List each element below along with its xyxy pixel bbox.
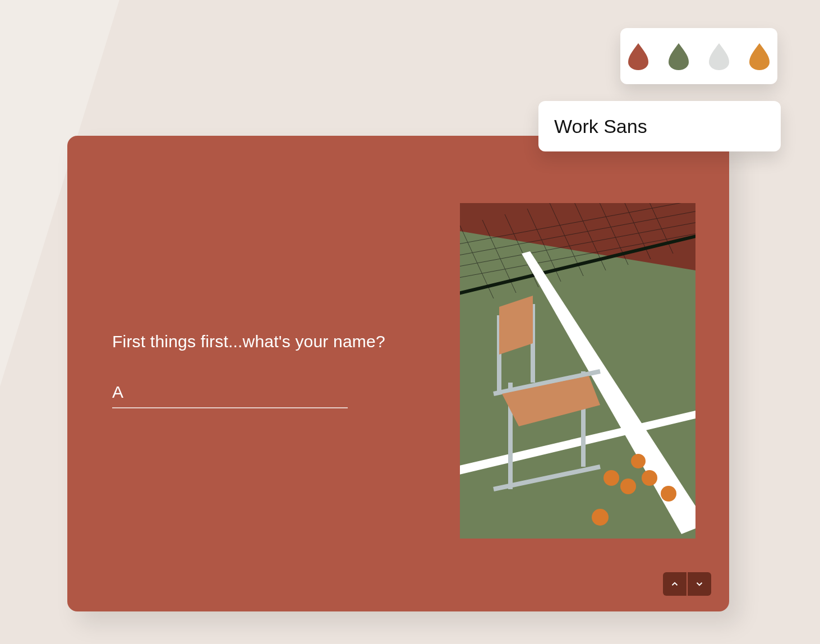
chevron-up-icon	[670, 579, 680, 589]
question-nav	[663, 572, 711, 596]
color-swatch-2[interactable]	[666, 42, 691, 70]
next-question-button[interactable]	[688, 572, 711, 596]
chevron-down-icon	[694, 579, 704, 589]
question-area: First things first...what's your name?	[112, 332, 404, 408]
svg-point-27	[604, 470, 619, 486]
color-swatch-3[interactable]	[707, 42, 731, 70]
font-picker-panel[interactable]: Work Sans	[538, 101, 781, 151]
answer-field-wrap	[112, 383, 348, 408]
svg-point-31	[661, 486, 676, 502]
color-palette-panel	[620, 28, 777, 84]
hero-image	[460, 203, 695, 539]
prev-question-button[interactable]	[663, 572, 687, 596]
svg-point-29	[642, 470, 657, 486]
name-input[interactable]	[112, 383, 348, 402]
form-card: First things first...what's your name?	[67, 136, 729, 611]
color-swatch-4[interactable]	[747, 42, 772, 70]
color-swatch-1[interactable]	[626, 42, 651, 70]
font-picker-label: Work Sans	[554, 116, 647, 137]
question-text: First things first...what's your name?	[112, 332, 404, 351]
svg-point-28	[620, 479, 636, 494]
svg-point-32	[592, 509, 609, 526]
svg-point-30	[631, 454, 646, 468]
